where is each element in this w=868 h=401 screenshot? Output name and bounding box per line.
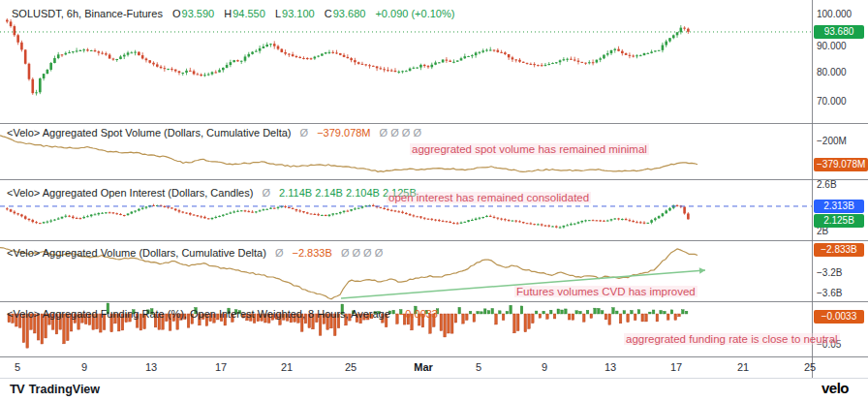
tradingview-logo[interactable]: TV TradingView bbox=[10, 382, 100, 396]
time-label-mar: Mar bbox=[414, 361, 433, 373]
ohlc-open-value: 93.590 bbox=[182, 8, 215, 19]
indicator-value: −2.833B bbox=[293, 247, 332, 259]
time-label-21: 21 bbox=[281, 361, 293, 373]
time-label-25: 25 bbox=[804, 361, 816, 373]
time-label-25: 25 bbox=[345, 361, 356, 373]
indicator-title[interactable]: <Velo> Aggregated Volume (Dollars, Cumul… bbox=[7, 247, 266, 259]
indicator-title[interactable]: <Velo> Aggregated Spot Volume (Dollars, … bbox=[7, 127, 292, 139]
tradingview-logo-icon: TV bbox=[10, 382, 24, 396]
indicator-value: −0.0033 bbox=[399, 308, 438, 320]
open_interest-price-badge: 2.313B bbox=[814, 200, 864, 213]
time-label-21: 21 bbox=[737, 361, 749, 373]
indicator-zeros: Ø Ø Ø Ø bbox=[341, 247, 383, 259]
ohlc-low-label: L bbox=[275, 8, 281, 19]
price-price-badge: 93.680 bbox=[814, 25, 864, 39]
price-axis-label: 90.000 bbox=[817, 41, 847, 51]
spot-cvd-header[interactable]: <Velo> Aggregated Spot Volume (Dollars, … bbox=[7, 127, 421, 139]
spot_cvd-axis-label: −200M bbox=[817, 136, 847, 146]
indicator-value: −379.078M bbox=[317, 127, 370, 139]
indicator-zero: Ø bbox=[262, 187, 270, 199]
spot_cvd-price-badge: −379.078M bbox=[814, 158, 868, 171]
funding-price-badge: −0.0033 bbox=[814, 310, 864, 324]
open_interest-price-badge: 2.125B bbox=[814, 214, 864, 228]
pane-separator[interactable] bbox=[0, 179, 868, 180]
funding-header[interactable]: <Velo> Aggregated Funding Rate (%), Open… bbox=[7, 308, 438, 321]
price-axis-label: 70.000 bbox=[817, 96, 847, 107]
chart-window: SOLUSDT, 6h, Binance-Futures O93.590 H94… bbox=[0, 0, 868, 401]
annotation-text-3[interactable]: aggregrated funding rate is close to neu… bbox=[624, 333, 840, 345]
velo-logo[interactable]: velo bbox=[822, 380, 849, 396]
pane-separator[interactable] bbox=[0, 240, 868, 241]
time-label-13: 13 bbox=[145, 361, 157, 373]
ohlc-close-value: 93.680 bbox=[333, 8, 366, 19]
pane-separator[interactable] bbox=[0, 301, 868, 302]
time-label-17: 17 bbox=[670, 361, 682, 373]
annotation-text-2[interactable]: Futures volumes CVD has improved bbox=[514, 286, 698, 297]
time-scale[interactable]: 5913172125Mar5913172125 bbox=[0, 357, 812, 378]
footer-bar: TV TradingView velo bbox=[0, 379, 868, 401]
symbol-header[interactable]: SOLUSDT, 6h, Binance-Futures O93.590 H94… bbox=[12, 8, 454, 20]
time-label-17: 17 bbox=[215, 361, 227, 373]
ohlc-high-value: 94.550 bbox=[232, 8, 265, 19]
futures_cvd-axis-label: −3.6B bbox=[817, 288, 842, 298]
time-label-5: 5 bbox=[15, 361, 20, 373]
annotation-text-1[interactable]: open interest has remained consolidated bbox=[387, 192, 591, 203]
ohlc-high-label: H bbox=[224, 8, 232, 19]
tradingview-logo-label: TradingView bbox=[29, 383, 100, 396]
ohlc-close-label: C bbox=[325, 8, 332, 19]
futures-cvd-header[interactable]: <Velo> Aggregated Volume (Dollars, Cumul… bbox=[7, 247, 383, 260]
time-label-9: 9 bbox=[542, 361, 547, 373]
annotation-text-0[interactable]: aggregrated spot volume has remained min… bbox=[410, 143, 649, 155]
time-label-5: 5 bbox=[476, 361, 481, 373]
futures_cvd-axis-label: −3.2B bbox=[817, 267, 842, 278]
indicator-title[interactable]: <Velo> Aggregated Funding Rate (%), Open… bbox=[7, 308, 390, 320]
price-axis-label: 80.000 bbox=[817, 67, 847, 77]
indicator-zeros: Ø Ø Ø Ø bbox=[380, 127, 421, 139]
open_interest-axis-label: 2.6B bbox=[817, 179, 837, 190]
time-label-9: 9 bbox=[81, 361, 87, 373]
open-interest-header[interactable]: <Velo> Aggregated Open Interest (Dollars… bbox=[7, 187, 417, 200]
indicator-zero: Ø bbox=[275, 247, 284, 259]
symbol-title[interactable]: SOLUSDT, 6h, Binance-Futures bbox=[12, 8, 163, 19]
pane-separator[interactable] bbox=[0, 123, 868, 124]
time-label-13: 13 bbox=[604, 361, 616, 373]
price-axis-label: 100.000 bbox=[817, 9, 852, 19]
price-change-value: +0.090 (+0.10%) bbox=[375, 8, 454, 19]
ohlc-open-label: O bbox=[172, 8, 181, 19]
ohlc-low-value: 93.100 bbox=[282, 8, 315, 19]
futures_cvd-price-badge: −2.833B bbox=[814, 243, 864, 257]
indicator-zero: Ø bbox=[300, 127, 309, 139]
indicator-title[interactable]: <Velo> Aggregated Open Interest (Dollars… bbox=[7, 187, 253, 199]
